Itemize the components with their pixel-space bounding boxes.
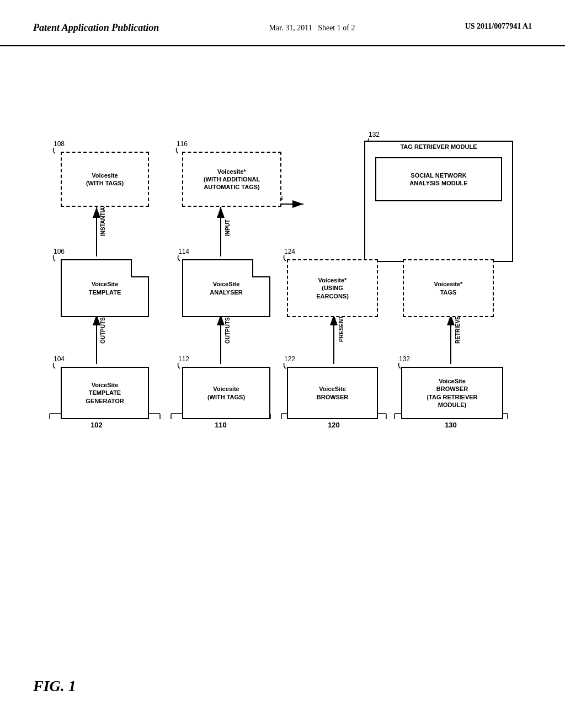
- dogear-114: [252, 259, 270, 277]
- dogear-106: [131, 259, 149, 277]
- svg-text:OUTPUTS: OUTPUTS: [100, 317, 106, 344]
- svg-text:116: 116: [177, 140, 188, 148]
- diagram-area: 102 110 120 130 OUTPUTS INST: [33, 72, 530, 651]
- box-116: Voicesite*(WITH ADDITIONALAUTOMATIC TAGS…: [182, 152, 281, 207]
- svg-text:INPUT: INPUT: [225, 220, 231, 236]
- header-patent-number: US 2011/0077941 A1: [465, 22, 532, 31]
- svg-text:106: 106: [54, 248, 65, 255]
- box-132-bottom: VoiceSiteBROWSER(TAG RETRIEVERMODULE): [401, 367, 503, 419]
- page-header: Patent Application Publication Mar. 31, …: [0, 0, 565, 46]
- svg-text:OUTPUTS: OUTPUTS: [225, 317, 231, 344]
- svg-text:130: 130: [445, 421, 457, 429]
- svg-text:132: 132: [369, 131, 380, 138]
- box-108: Voicesite(WITH TAGS): [61, 152, 149, 207]
- fig-label: FIG. 1: [33, 677, 76, 695]
- svg-text:104: 104: [54, 355, 65, 363]
- box-124: Voicesite*(USINGEARCONS): [287, 259, 378, 317]
- box-104: VoiceSiteTEMPLATEGENERATOR: [61, 367, 149, 419]
- svg-text:102: 102: [90, 421, 103, 429]
- tag-retriever-label: TAG RETRIEVER MODULE: [367, 143, 510, 150]
- svg-text:122: 122: [284, 355, 295, 363]
- svg-text:108: 108: [54, 140, 65, 148]
- svg-text:110: 110: [215, 421, 227, 429]
- svg-text:132: 132: [399, 355, 410, 363]
- header-date-sheet: Mar. 31, 2011 Sheet 1 of 2: [269, 22, 355, 34]
- svg-text:120: 120: [328, 421, 340, 429]
- svg-text:114: 114: [178, 248, 189, 255]
- svg-text:112: 112: [178, 355, 189, 363]
- box-134: Voicesite*TAGS: [403, 259, 494, 317]
- box-122: VoiceSiteBROWSER: [287, 367, 378, 419]
- header-publication-label: Patent Application Publication: [33, 22, 159, 34]
- box-136: SOCIAL NETWORKANALYSIS MODULE: [375, 157, 502, 201]
- svg-text:124: 124: [284, 248, 295, 255]
- box-112: Voicesite(WITH TAGS): [182, 367, 270, 419]
